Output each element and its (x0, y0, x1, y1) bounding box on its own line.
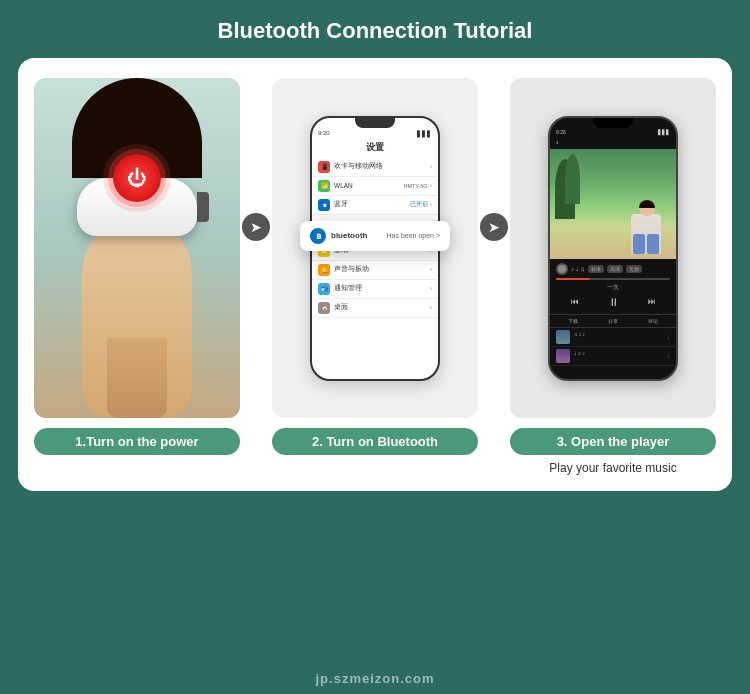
player-controls: ♪ ♩ ♫ 标准 高清 无损 一次 ⏮ (550, 259, 676, 314)
step-3-label: 3. Open the player (510, 428, 716, 455)
player-progress-bar (556, 278, 670, 280)
song-list-item-2: ♩ ♫ ♪ - - - ↓ (550, 347, 676, 366)
player-tag-2: 高清 (607, 265, 623, 273)
song-text-2: ♩ ♫ ♪ - - - (574, 350, 663, 361)
settings-item-wifi: 📶 WLAN HMTY-5G › (312, 177, 438, 196)
step-1-column: ⏻ 1.Turn on the power (34, 78, 240, 455)
notif-icon: 📬 (318, 283, 330, 295)
settings-item-desktop: 🏠 桌面 › (312, 299, 438, 318)
step-2-image: 9:20 ▋▋▋ 设置 📱 欢卡与移动网络 › 📶 WLAN HMTY (272, 78, 478, 418)
step-2-column: 9:20 ▋▋▋ 设置 📱 欢卡与移动网络 › 📶 WLAN HMTY (272, 78, 478, 455)
bluetooth-popup: ʙ bluetooth Has been open > (300, 221, 450, 251)
download-btn[interactable]: 下载 (568, 318, 578, 324)
play-btn[interactable]: ⏸ (608, 296, 619, 308)
share-btn[interactable]: 分享 (608, 318, 618, 324)
music-player-phone: 9:26 ▋▋▋ ‹ (548, 116, 678, 381)
album-thumb (556, 263, 568, 275)
sim-icon: 📱 (318, 161, 330, 173)
phone3-status-bar: 9:26 ▋▋▋ (550, 128, 676, 136)
settings-item-sound: 🔔 声音与振动 › (312, 261, 438, 280)
album-art (550, 149, 676, 259)
eye-massager-device: ⏻ (77, 178, 197, 236)
player-action-row: 下载 分享 评论 (550, 314, 676, 327)
player-btn-row: ⏮ ⏸ ⏭ (556, 294, 670, 310)
person-leg-2 (647, 234, 659, 254)
watermark: jp.szmeizon.com (0, 671, 750, 686)
step1-bg: ⏻ (34, 78, 240, 418)
step-1-image: ⏻ (34, 78, 240, 418)
sim-label: 欢卡与移动网络 (334, 162, 430, 171)
bluetooth-settings-icon: ʙ (318, 199, 330, 211)
comment-btn[interactable]: 评论 (648, 318, 658, 324)
next-btn[interactable]: ⏭ (648, 297, 656, 306)
player-title-row: ♪ ♩ ♫ 标准 高清 无损 (556, 263, 670, 275)
song-list: ♫ ♩ ♪ - - - ↓ ♩ ♫ ♪ - - - ↓ (550, 327, 676, 366)
phone3-time: 9:26 (556, 129, 566, 135)
step-3-sublabel: Play your favorite music (549, 461, 676, 475)
person-hair (639, 200, 655, 208)
player-tag-1: 标准 (588, 265, 604, 273)
desktop-icon: 🏠 (318, 302, 330, 314)
tree-2 (565, 154, 580, 204)
wifi-label: WLAN (334, 182, 403, 189)
song-thumb-1 (556, 330, 570, 344)
wifi-icon: 📶 (318, 180, 330, 192)
player-once-label: 一次 (556, 283, 670, 292)
bluetooth-popup-icon: ʙ (310, 228, 326, 244)
sound-icon: 🔔 (318, 264, 330, 276)
song-list-item-1: ♫ ♩ ♪ - - - ↓ (550, 328, 676, 347)
player-progress-fill (556, 278, 590, 280)
person-head (639, 200, 655, 216)
phone-icons: ▋▋▋ (417, 130, 432, 137)
bluetooth-popup-status: Has been open > (386, 232, 440, 239)
person-body (631, 214, 661, 254)
player-song-title: ♪ ♩ ♫ (571, 265, 585, 272)
phone3-icons: ▋▋▋ (658, 129, 670, 135)
power-button: ⏻ (113, 154, 161, 202)
song-text-1: ♫ ♩ ♪ - - - (574, 331, 663, 342)
sound-label: 声音与振动 (334, 265, 430, 274)
player-back-btn: ‹ (550, 136, 676, 149)
step-3-image: 9:26 ▋▋▋ ‹ (510, 78, 716, 418)
phone3-notch (593, 118, 633, 128)
bluetooth-popup-name: bluetooth (331, 231, 367, 240)
phone-notch (355, 118, 395, 128)
settings-title: 设置 (312, 139, 438, 158)
settings-item-bluetooth: ʙ 蓝牙 已开启 › (312, 196, 438, 215)
person-figure (631, 200, 661, 254)
power-icon: ⏻ (127, 168, 147, 188)
prev-btn[interactable]: ⏮ (571, 297, 579, 306)
song-thumb-2 (556, 349, 570, 363)
player-tag-3: 无损 (626, 265, 642, 273)
step-2-label: 2. Turn on Bluetooth (272, 428, 478, 455)
bluetooth-label: 蓝牙 (334, 200, 410, 209)
arrow-right-icon-1: ➤ (242, 213, 270, 241)
settings-item-notif: 📬 通知管理 › (312, 280, 438, 299)
arrow-1: ➤ (240, 78, 272, 241)
desktop-label: 桌面 (334, 303, 430, 312)
phone-time: 9:20 (318, 130, 330, 137)
main-card: ⏻ 1.Turn on the power ➤ (18, 58, 732, 491)
step-3-column: 9:26 ▋▋▋ ‹ (510, 78, 716, 475)
steps-container: ⏻ 1.Turn on the power ➤ (34, 78, 716, 475)
settings-item-sim: 📱 欢卡与移动网络 › (312, 158, 438, 177)
phone-status-bar: 9:20 ▋▋▋ (312, 128, 438, 139)
page-title: Bluetooth Connection Tutorial (0, 0, 750, 58)
step-1-label: 1.Turn on the power (34, 428, 240, 455)
arrow-2: ➤ (478, 78, 510, 241)
notif-label: 通知管理 (334, 284, 430, 293)
person-leg-1 (633, 234, 645, 254)
arrow-right-icon-2: ➤ (480, 213, 508, 241)
